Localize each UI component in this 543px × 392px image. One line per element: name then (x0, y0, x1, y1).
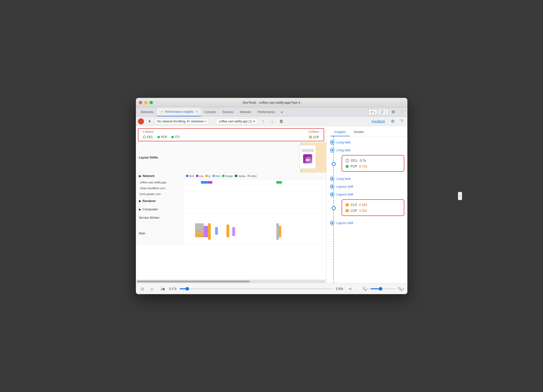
export-button[interactable]: ↑ (260, 118, 267, 125)
insight-layout-shift-2[interactable]: Layout shift (326, 190, 407, 198)
insight-dot-6 (330, 221, 334, 225)
insight-long-task-1[interactable]: Long task (326, 138, 407, 146)
layout-shifts-label: Layout Shifts (136, 142, 184, 172)
help-button[interactable]: ? (398, 118, 405, 125)
tab-network-label: Network (240, 110, 251, 114)
dcl-metric-icon (346, 159, 349, 162)
playback-slider-thumb[interactable] (185, 287, 189, 291)
tab-performance-insights[interactable]: ⚡ Performance insights ✕ (157, 107, 201, 116)
dcl-label: DCL (147, 135, 153, 139)
toolbar-settings-button[interactable]: ⚙ (389, 118, 396, 125)
more-tabs-button[interactable]: » (279, 107, 285, 116)
long-task-3-link[interactable]: Long task (337, 177, 351, 181)
media-color (235, 175, 237, 177)
tab-sources[interactable]: Sources (219, 107, 236, 116)
net-bar-image (276, 181, 282, 184)
timeline-scrollbar[interactable] (136, 279, 326, 283)
lcp-metric-icon (346, 209, 349, 212)
net-bar-css (208, 181, 212, 184)
speed-badge[interactable]: x1 (346, 286, 354, 292)
renderer-label[interactable]: ▶ Renderer (136, 197, 184, 205)
compositor-row: ▶ Compositor (136, 205, 326, 214)
main-bar-4 (215, 227, 218, 235)
tab-sources-label: Sources (222, 110, 233, 114)
insight-dot-1 (330, 141, 334, 144)
maximize-button[interactable] (150, 101, 153, 104)
zoom-in-icon[interactable]: 🔍+ (398, 287, 404, 291)
main-bar-2 (204, 226, 208, 237)
play-button[interactable]: ▷ (149, 285, 156, 292)
tab-close-icon[interactable]: ✕ (196, 110, 198, 113)
insights-content: Long task Long task DCL 0.7s (326, 136, 407, 283)
lcp-metric: LCP 3.31s (346, 208, 400, 213)
legend-image: image (222, 175, 233, 178)
playback-slider[interactable] (180, 288, 333, 289)
feedback-button[interactable]: Feedback (372, 120, 385, 123)
compositor-label[interactable]: ▶ Compositor (136, 205, 184, 213)
error-badge[interactable]: ⊗ 1 (369, 110, 377, 114)
font-color (213, 175, 215, 177)
long-task-2-link[interactable]: Long task (337, 148, 351, 152)
insight-layout-shift-3[interactable]: Layout shift (326, 219, 407, 227)
import-button[interactable]: ↓ (269, 118, 276, 125)
settings-button[interactable]: ⚙ (390, 108, 397, 116)
service-worker-row: Service Worker (136, 214, 326, 222)
tab-console[interactable]: Console (201, 107, 219, 116)
zoom-slider[interactable] (370, 288, 396, 289)
layout-shift-2-link[interactable]: Layout shift (337, 192, 353, 196)
zoom-slider-thumb[interactable] (379, 287, 382, 291)
fcp-metric-icon (346, 165, 349, 168)
insights-tab[interactable]: Insights (330, 128, 350, 136)
legend-css: css (196, 175, 203, 178)
main-bar-3 (208, 223, 211, 240)
scrollbar-thumb[interactable] (137, 280, 250, 282)
insight-long-task-2[interactable]: Long task (326, 146, 407, 154)
insights-tabs: Insights Details (326, 126, 407, 136)
tti-icon (171, 136, 174, 138)
tab-performance[interactable]: Performance (255, 107, 278, 116)
layout-shift-3-link[interactable]: Layout shift (337, 221, 353, 225)
zoom-out-icon[interactable]: 🔍− (362, 287, 368, 291)
tab-elements[interactable]: Elements (138, 107, 157, 116)
throttling-dropdown[interactable]: No network throttling, 4× slowdown ▾ (155, 119, 209, 124)
fcp-metric: FCP 0.72s (346, 163, 400, 169)
legend-font: font (213, 175, 220, 178)
record-button[interactable] (138, 118, 144, 124)
tab-network[interactable]: Network (237, 107, 254, 116)
dcl-timeline-dot (332, 162, 336, 166)
network-content-3 (184, 191, 326, 197)
renderer-content (184, 197, 326, 205)
message-badge[interactable]: 💬 1 (379, 110, 388, 114)
network-row-1: coffee-cart.netlify.app (136, 180, 326, 185)
fcp-metric-label: FCP (351, 164, 357, 168)
details-tab[interactable]: Details (350, 128, 368, 136)
more-options-button[interactable]: ⋮ (398, 108, 405, 116)
timeline-rows: Layout Shifts ☕ ▶ Network (136, 142, 326, 279)
network-header-label[interactable]: ▶ Network (136, 173, 184, 179)
screenshot-view-button[interactable]: ⊡ (139, 285, 146, 292)
network-row-3: fonts.gstatic.com (136, 191, 326, 197)
cls-metric: CLS 0.193 (346, 202, 400, 208)
layout-shifts-row: Layout Shifts ☕ (136, 142, 326, 173)
legend-html: html (186, 175, 194, 178)
url-dropdown[interactable]: coffee-cart.netlify.app (1) ▾ (216, 119, 258, 124)
cls-lcp-box: CLS 0.193 LCP 3.31s (342, 199, 404, 216)
insight-long-task-3[interactable]: Long task (326, 175, 407, 183)
minimize-button[interactable] (144, 101, 148, 104)
skip-start-button[interactable]: |◀ (159, 285, 166, 292)
record-dropdown-button[interactable]: ▾ (146, 118, 153, 125)
close-button[interactable] (139, 101, 142, 104)
timeline-header: 1,600ms 3,200ms DCL FCP TTI (138, 128, 324, 141)
traffic-lights (139, 101, 153, 104)
delete-button[interactable]: 🗑 (278, 118, 285, 125)
insight-layout-shift-1[interactable]: Layout shift (326, 183, 407, 190)
main-bar-5 (226, 225, 229, 237)
fcp-marker: FCP (157, 135, 167, 139)
layout-shift-1-link[interactable]: Layout shift (337, 185, 353, 188)
renderer-arrow: ▶ (139, 199, 141, 203)
compositor-content (184, 205, 326, 213)
main-row: Main ... (136, 222, 326, 245)
long-task-1-link[interactable]: Long task (337, 140, 351, 144)
main-content: ... (184, 222, 326, 242)
insight-dot-5 (330, 193, 334, 196)
